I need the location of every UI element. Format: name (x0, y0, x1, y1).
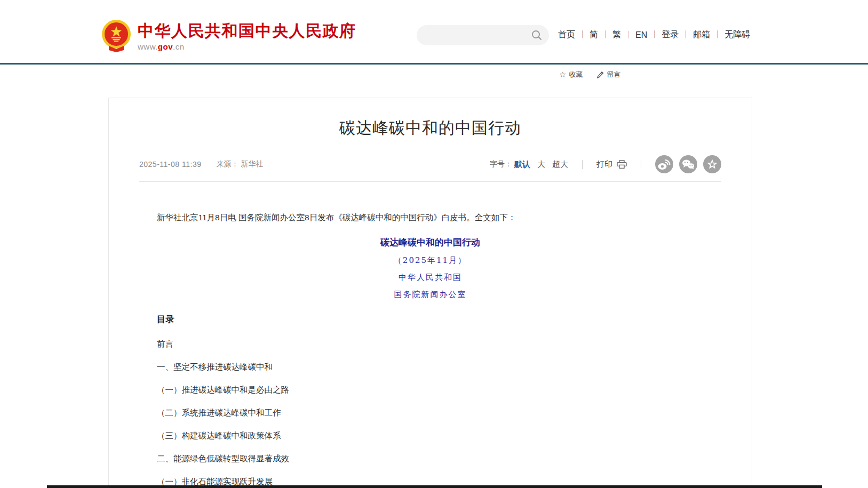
article-title: 碳达峰碳中和的中国行动 (109, 117, 752, 139)
source-value[interactable]: 新华社 (241, 159, 263, 168)
fontsize-label: 字号： (490, 159, 512, 169)
search-box[interactable] (417, 25, 549, 45)
more-share-icon[interactable] (703, 155, 721, 173)
comment-label: 留言 (607, 70, 620, 79)
toc-item: 一、坚定不移推进碳达峰碳中和 (157, 363, 704, 371)
doc-org-line-1: 中华人民共和国 (157, 273, 704, 283)
wechat-share-icon[interactable] (679, 155, 697, 173)
source-label: 来源： (216, 159, 238, 168)
toc-item: （一）推进碳达峰碳中和是必由之路 (157, 386, 704, 394)
pencil-icon (596, 71, 604, 79)
article-meta-row: 2025-11-08 11:39 来源： 新华社 字号： 默认大超大 打印 (139, 155, 721, 182)
nav-link[interactable]: 首页 (558, 29, 575, 41)
meta-separator (641, 160, 641, 169)
article-body: 新华社北京11月8日电 国务院新闻办公室8日发布《碳达峰碳中和的中国行动》白皮书… (157, 212, 704, 486)
source: 来源： 新华社 (216, 159, 263, 169)
toc-item: （一）非化石能源实现跃升发展 (157, 477, 704, 486)
toc-item: （三）构建碳达峰碳中和政策体系 (157, 431, 704, 440)
search-input[interactable] (417, 25, 531, 45)
doc-title: 碳达峰碳中和的中国行动 (157, 236, 704, 249)
fontsize-option[interactable]: 大 (537, 159, 545, 170)
favorite-button[interactable]: ☆ 收藏 (559, 70, 583, 79)
table-of-contents: 前言一、坚定不移推进碳达峰碳中和（一）推进碳达峰碳中和是必由之路（二）系统推进碳… (157, 340, 704, 486)
site-url-gov: gov (158, 42, 173, 51)
doc-date-line: （2025年11月） (157, 255, 704, 266)
site-url-cn: .cn (173, 42, 185, 51)
nav-link[interactable]: 登录 (647, 29, 679, 41)
fontsize-option[interactable]: 默认 (514, 159, 530, 170)
toc-item: 前言 (157, 340, 704, 348)
article-card: 碳达峰碳中和的中国行动 2025-11-08 11:39 来源： 新华社 字号：… (108, 98, 752, 488)
toc-item: （二）系统推进碳达峰碳中和工作 (157, 409, 704, 417)
star-icon: ☆ (559, 71, 566, 78)
comment-button[interactable]: 留言 (596, 70, 620, 79)
site-brand[interactable]: 中华人民共和国中央人民政府 www.gov.cn (101, 19, 356, 52)
nav-link[interactable]: 繁 (598, 29, 621, 41)
print-label: 打印 (596, 159, 612, 170)
site-url-www: www. (138, 42, 158, 51)
doc-org-line-2: 国务院新闻办公室 (157, 290, 704, 300)
quick-actions: ☆ 收藏 留言 (559, 70, 620, 79)
header-divider (0, 63, 868, 65)
toc-item: 二、能源绿色低碳转型取得显著成效 (157, 454, 704, 463)
site-url: www.gov.cn (138, 42, 356, 51)
top-nav: 首页简繁EN登录邮箱无障碍 (558, 29, 750, 41)
nav-link[interactable]: 简 (575, 29, 598, 41)
print-button[interactable]: 打印 (596, 159, 627, 170)
fontsize-option[interactable]: 超大 (552, 159, 568, 170)
national-emblem-logo (101, 19, 131, 52)
nav-link[interactable]: 无障碍 (710, 29, 750, 41)
fontsize-options: 默认大超大 (514, 159, 568, 170)
share-buttons (655, 155, 721, 173)
favorite-label: 收藏 (569, 70, 583, 79)
site-header: 中华人民共和国中央人民政府 www.gov.cn 首页简繁EN登录邮箱无障碍 (0, 0, 868, 63)
nav-link[interactable]: EN (621, 30, 647, 40)
lead-paragraph: 新华社北京11月8日电 国务院新闻办公室8日发布《碳达峰碳中和的中国行动》白皮书… (157, 212, 704, 223)
nav-link[interactable]: 邮箱 (679, 29, 710, 41)
site-title: 中华人民共和国中央人民政府 (138, 22, 356, 39)
bottom-edge-bar (47, 485, 822, 488)
brand-text: 中华人民共和国中央人民政府 www.gov.cn (138, 19, 356, 51)
meta-separator (582, 160, 583, 169)
toc-title: 目录 (157, 314, 704, 325)
publish-date: 2025-11-08 11:39 (139, 160, 201, 169)
printer-icon (617, 160, 627, 169)
weibo-share-icon[interactable] (655, 155, 673, 173)
search-icon[interactable] (531, 30, 542, 41)
